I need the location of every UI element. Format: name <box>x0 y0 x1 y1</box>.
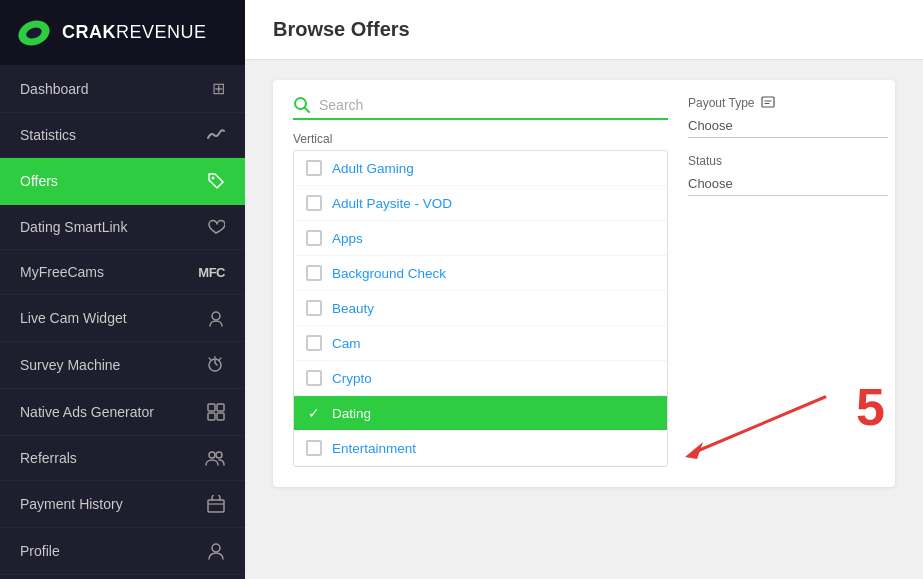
dashboard-icon: ⊞ <box>197 79 225 98</box>
sidebar-item-offers[interactable]: Offers <box>0 158 245 205</box>
status-choose[interactable]: Choose <box>688 172 888 196</box>
vertical-item-adult-gaming[interactable]: Adult Gaming <box>294 151 667 186</box>
vertical-item-crypto[interactable]: Crypto <box>294 361 667 396</box>
checkbox-apps[interactable] <box>306 230 322 246</box>
nav-label-referrals: Referrals <box>20 450 77 466</box>
vertical-item-background-check[interactable]: Background Check <box>294 256 667 291</box>
sidebar-item-dating-smartlink[interactable]: Dating SmartLink <box>0 205 245 250</box>
referrals-icon <box>197 450 225 466</box>
item-label-dating: Dating <box>332 406 371 421</box>
nav-label-myfreecams: MyFreeCams <box>20 264 104 280</box>
svg-rect-7 <box>208 413 215 420</box>
myfreecams-icon: MFC <box>197 265 225 280</box>
dating-smartlink-icon <box>197 219 225 235</box>
search-input[interactable] <box>319 97 668 113</box>
vertical-item-dating[interactable]: ✓ Dating <box>294 396 667 431</box>
payout-type-label: Payout Type <box>688 96 888 110</box>
sidebar-item-profile[interactable]: Profile <box>0 528 245 575</box>
checkbox-background-check[interactable] <box>306 265 322 281</box>
sidebar: CRAKREVENUE Dashboard ⊞ Statistics Offer… <box>0 0 245 579</box>
checkbox-crypto[interactable] <box>306 370 322 386</box>
svg-rect-14 <box>762 97 774 107</box>
svg-point-3 <box>212 312 220 320</box>
logo-text: CRAKREVENUE <box>62 22 207 43</box>
item-label-cam: Cam <box>332 336 361 351</box>
search-box <box>293 96 668 120</box>
survey-machine-icon <box>197 356 225 374</box>
payout-type-group: Payout Type Choose <box>688 96 888 138</box>
logo-icon <box>16 15 52 51</box>
sidebar-item-referrals[interactable]: Referrals <box>0 436 245 481</box>
sidebar-item-survey-machine[interactable]: Survey Machine <box>0 342 245 389</box>
svg-rect-6 <box>217 404 224 411</box>
item-label-adult-paysite-vod: Adult Paysite - VOD <box>332 196 452 211</box>
svg-point-2 <box>212 177 215 180</box>
nav-label-live-cam-widget: Live Cam Widget <box>20 310 127 326</box>
sidebar-item-live-cam-widget[interactable]: Live Cam Widget <box>0 295 245 342</box>
nav-label-dating-smartlink: Dating SmartLink <box>20 219 127 235</box>
offers-icon <box>197 172 225 190</box>
statistics-icon <box>197 128 225 142</box>
nav-label-native-ads-generator: Native Ads Generator <box>20 404 154 420</box>
page-title: Browse Offers <box>273 18 895 41</box>
sidebar-nav: Dashboard ⊞ Statistics Offers Dating Sma… <box>0 65 245 579</box>
vertical-item-apps[interactable]: Apps <box>294 221 667 256</box>
profile-icon <box>197 542 225 560</box>
nav-label-offers: Offers <box>20 173 58 189</box>
nav-label-statistics: Statistics <box>20 127 76 143</box>
item-label-entertainment: Entertainment <box>332 441 416 456</box>
svg-rect-5 <box>208 404 215 411</box>
svg-point-9 <box>209 452 215 458</box>
item-label-adult-gaming: Adult Gaming <box>332 161 414 176</box>
checkbox-entertainment[interactable] <box>306 440 322 456</box>
nav-label-payment-history: Payment History <box>20 496 123 512</box>
svg-rect-8 <box>217 413 224 420</box>
checkbox-adult-gaming[interactable] <box>306 160 322 176</box>
nav-label-survey-machine: Survey Machine <box>20 357 120 373</box>
vertical-item-entertainment[interactable]: Entertainment <box>294 431 667 466</box>
checkbox-beauty[interactable] <box>306 300 322 316</box>
status-label: Status <box>688 154 888 168</box>
sidebar-item-myfreecams[interactable]: MyFreeCams MFC <box>0 250 245 295</box>
nav-label-profile: Profile <box>20 543 60 559</box>
live-cam-widget-icon <box>197 309 225 327</box>
search-icon <box>293 96 311 114</box>
sidebar-item-payment-history[interactable]: Payment History <box>0 481 245 528</box>
vertical-item-beauty[interactable]: Beauty <box>294 291 667 326</box>
vertical-item-adult-paysite-vod[interactable]: Adult Paysite - VOD <box>294 186 667 221</box>
vertical-label: Vertical <box>293 132 668 146</box>
payout-type-choose[interactable]: Choose <box>688 114 888 138</box>
right-filters: Payout Type Choose Status Choose <box>688 96 888 467</box>
checkbox-dating[interactable]: ✓ <box>306 405 322 421</box>
checkbox-cam[interactable] <box>306 335 322 351</box>
content-body: Vertical Adult Gaming Adult Paysite - VO… <box>245 60 923 579</box>
item-label-beauty: Beauty <box>332 301 374 316</box>
sidebar-header: CRAKREVENUE <box>0 0 245 65</box>
main-content: Browse Offers Vertical <box>245 0 923 579</box>
payout-type-icon <box>761 96 775 110</box>
svg-rect-11 <box>208 500 224 512</box>
nav-label-dashboard: Dashboard <box>20 81 89 97</box>
check-dating-icon: ✓ <box>308 405 320 421</box>
sidebar-item-native-ads-generator[interactable]: Native Ads Generator <box>0 389 245 436</box>
vertical-dropdown[interactable]: Adult Gaming Adult Paysite - VOD Apps <box>293 150 668 467</box>
item-label-background-check: Background Check <box>332 266 446 281</box>
content-header: Browse Offers <box>245 0 923 60</box>
status-group: Status Choose <box>688 154 888 196</box>
vertical-item-cam[interactable]: Cam <box>294 326 667 361</box>
sidebar-item-statistics[interactable]: Statistics <box>0 113 245 158</box>
checkbox-adult-paysite-vod[interactable] <box>306 195 322 211</box>
filter-area: Vertical Adult Gaming Adult Paysite - VO… <box>273 80 895 487</box>
item-label-apps: Apps <box>332 231 363 246</box>
svg-point-12 <box>212 544 220 552</box>
item-label-crypto: Crypto <box>332 371 372 386</box>
left-filter-section: Vertical Adult Gaming Adult Paysite - VO… <box>293 96 668 467</box>
native-ads-generator-icon <box>197 403 225 421</box>
payment-history-icon <box>197 495 225 513</box>
sidebar-item-dashboard[interactable]: Dashboard ⊞ <box>0 65 245 113</box>
svg-point-10 <box>216 452 222 458</box>
